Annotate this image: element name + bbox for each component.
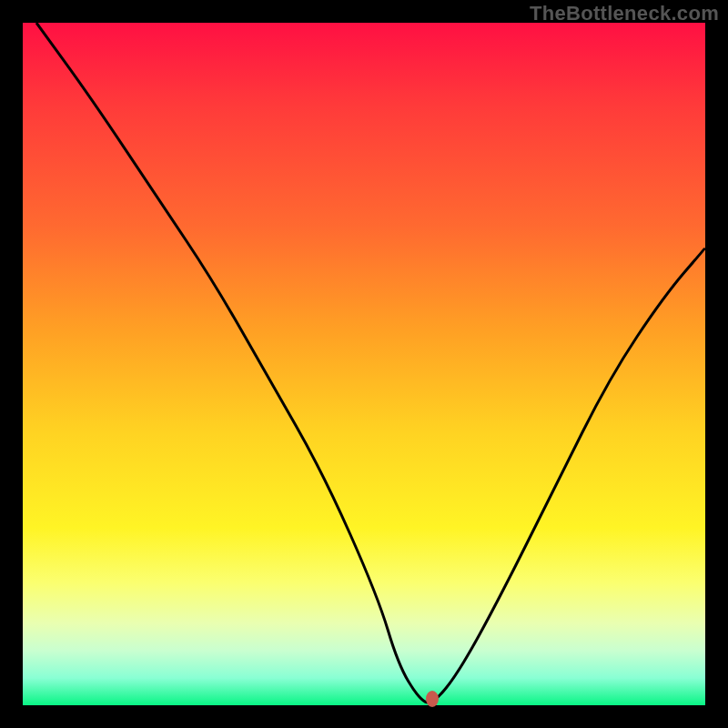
attribution-label: TheBottleneck.com (530, 2, 719, 25)
optimum-marker (426, 691, 439, 707)
bottleneck-curve-path (36, 23, 705, 703)
chart-root: TheBottleneck.com (0, 0, 728, 728)
plot-area (23, 23, 705, 705)
curve-svg (23, 23, 705, 705)
